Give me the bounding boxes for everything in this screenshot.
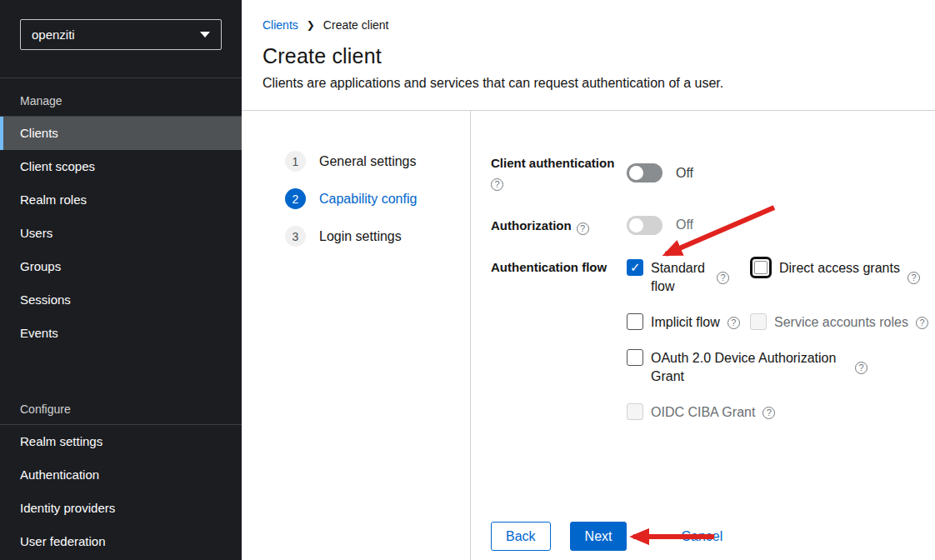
step-number: 2	[285, 188, 306, 209]
client-authentication-label: Client authentication ?	[491, 155, 627, 191]
wizard-steps-nav: 1 General settings 2 Capability config 3…	[242, 111, 471, 560]
help-icon[interactable]: ?	[717, 272, 729, 284]
breadcrumb-clients-link[interactable]: Clients	[262, 18, 298, 32]
authentication-flow-row: Authentication flow Standard flow ?	[491, 259, 935, 439]
authorization-label: Authorization?	[491, 215, 627, 235]
service-accounts-roles-checkbox	[750, 313, 767, 330]
sidebar-item-authentication[interactable]: Authentication	[0, 458, 242, 492]
authorization-toggle	[627, 216, 662, 235]
sidebar-item-user-federation[interactable]: User federation	[0, 525, 242, 558]
wizard-step-login-settings[interactable]: 3 Login settings	[285, 226, 470, 247]
help-icon[interactable]: ?	[908, 272, 920, 284]
oidc-ciba-grant-checkbox	[627, 403, 643, 420]
spacer	[0, 350, 242, 387]
flow-row-3: OAuth 2.0 Device Authorization Grant ?	[627, 349, 935, 386]
sidebar-item-clients[interactable]: Clients	[0, 117, 242, 150]
flow-row-1: Standard flow ? Direct access grants ?	[627, 259, 935, 296]
flow-row-2: Implicit flow ? Service accounts roles ?	[627, 313, 935, 332]
sidebar-item-sessions[interactable]: Sessions	[0, 283, 242, 317]
client-authentication-row: Client authentication ? Off	[491, 155, 935, 191]
oauth-device-grant-option: OAuth 2.0 Device Authorization Grant ?	[627, 349, 868, 386]
create-client-wizard: 1 General settings 2 Capability config 3…	[242, 111, 935, 560]
standard-flow-option: Standard flow ?	[627, 259, 750, 296]
client-authentication-control: Off	[627, 155, 693, 191]
capability-config-form: Client authentication ? Off Authorizatio…	[471, 111, 935, 560]
step-number: 3	[285, 226, 306, 247]
authorization-row: Authorization? Off	[491, 215, 935, 235]
nav-section-configure: Configure Realm settings Authentication …	[0, 387, 242, 558]
step-label: General settings	[319, 154, 417, 169]
wizard-footer: Back Next Cancel	[491, 522, 722, 551]
direct-access-grants-option: Direct access grants ?	[750, 259, 920, 296]
implicit-flow-option: Implicit flow ?	[627, 313, 750, 332]
step-number: 1	[285, 151, 306, 172]
checkbox-label: OIDC CIBA Grant	[651, 403, 755, 422]
realm-name: openziti	[32, 28, 75, 42]
nav-section-title: Manage	[0, 78, 242, 116]
next-button[interactable]: Next	[570, 522, 628, 551]
nav-section-manage: Manage Clients Client scopes Realm roles…	[0, 78, 242, 350]
sidebar-item-realm-settings[interactable]: Realm settings	[0, 425, 242, 458]
checkbox-label[interactable]: Implicit flow	[651, 313, 720, 332]
sidebar-item-realm-roles[interactable]: Realm roles	[0, 183, 242, 217]
step-label: Login settings	[319, 229, 402, 244]
help-icon[interactable]: ?	[577, 222, 589, 235]
help-icon[interactable]: ?	[491, 178, 503, 191]
implicit-flow-checkbox[interactable]	[627, 313, 643, 330]
checkbox-inner	[754, 261, 768, 274]
page-header: Clients ❯ Create client Create client Cl…	[242, 0, 935, 111]
sidebar: openziti Manage Clients Client scopes Re…	[0, 0, 242, 560]
checkbox-label[interactable]: Standard flow	[651, 259, 709, 296]
main-content: Clients ❯ Create client Create client Cl…	[242, 0, 935, 560]
direct-access-grants-checkbox[interactable]	[750, 257, 772, 278]
client-authentication-toggle[interactable]	[627, 163, 662, 182]
toggle-state-label: Off	[676, 166, 693, 181]
wizard-step-capability-config[interactable]: 2 Capability config	[285, 188, 470, 209]
authentication-flow-label: Authentication flow	[491, 259, 627, 439]
checkbox-label[interactable]: OAuth 2.0 Device Authorization Grant	[651, 349, 848, 386]
toggle-knob	[629, 166, 643, 180]
page-title: Create client	[262, 44, 914, 68]
toggle-knob	[629, 218, 643, 232]
breadcrumb: Clients ❯ Create client	[262, 18, 914, 32]
sidebar-item-identity-providers[interactable]: Identity providers	[0, 492, 242, 525]
flow-row-4: OIDC CIBA Grant ?	[627, 403, 935, 422]
keycloak-admin-console: openziti Manage Clients Client scopes Re…	[0, 0, 935, 560]
sidebar-item-client-scopes[interactable]: Client scopes	[0, 150, 242, 183]
sidebar-item-events[interactable]: Events	[0, 317, 242, 350]
standard-flow-checkbox[interactable]	[627, 259, 643, 276]
step-label: Capability config	[319, 192, 417, 207]
cancel-link[interactable]: Cancel	[681, 529, 722, 544]
authentication-flow-options: Standard flow ? Direct access grants ?	[627, 259, 935, 439]
back-button[interactable]: Back	[491, 522, 551, 551]
breadcrumb-current: Create client	[323, 18, 389, 32]
oidc-ciba-grant-option: OIDC CIBA Grant ?	[627, 403, 775, 422]
authorization-control: Off	[627, 215, 693, 235]
help-icon[interactable]: ?	[916, 317, 928, 329]
realm-selector-area: openziti	[0, 0, 242, 78]
sidebar-item-groups[interactable]: Groups	[0, 250, 242, 283]
breadcrumb-separator-icon: ❯	[307, 19, 315, 31]
checkbox-label[interactable]: Direct access grants	[779, 259, 900, 278]
realm-selector-dropdown[interactable]: openziti	[20, 19, 222, 50]
wizard-step-general-settings[interactable]: 1 General settings	[285, 151, 470, 172]
oauth-device-grant-checkbox[interactable]	[627, 349, 643, 366]
service-accounts-roles-option: Service accounts roles ?	[750, 313, 928, 332]
help-icon[interactable]: ?	[728, 317, 740, 329]
help-icon[interactable]: ?	[762, 407, 775, 419]
help-icon[interactable]: ?	[855, 362, 868, 374]
chevron-down-icon	[200, 32, 210, 38]
checkbox-label: Service accounts roles	[774, 313, 908, 332]
page-description: Clients are applications and services th…	[262, 76, 914, 91]
flow-cell: Standard flow ?	[627, 259, 750, 296]
nav-section-title: Configure	[0, 387, 242, 424]
sidebar-item-users[interactable]: Users	[0, 217, 242, 250]
toggle-state-label: Off	[676, 218, 693, 232]
flow-cell: Implicit flow ?	[627, 313, 750, 332]
